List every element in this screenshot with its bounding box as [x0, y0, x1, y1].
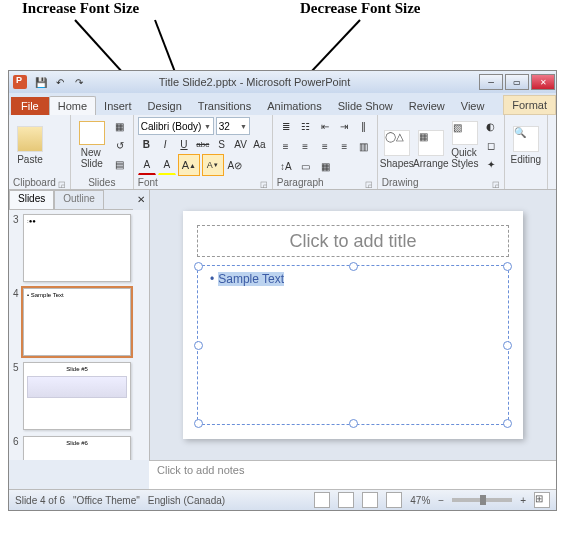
- svg-line-0: [75, 20, 202, 70]
- callout-arrows: [0, 0, 563, 70]
- svg-line-2: [230, 20, 360, 70]
- svg-line-1: [155, 20, 208, 70]
